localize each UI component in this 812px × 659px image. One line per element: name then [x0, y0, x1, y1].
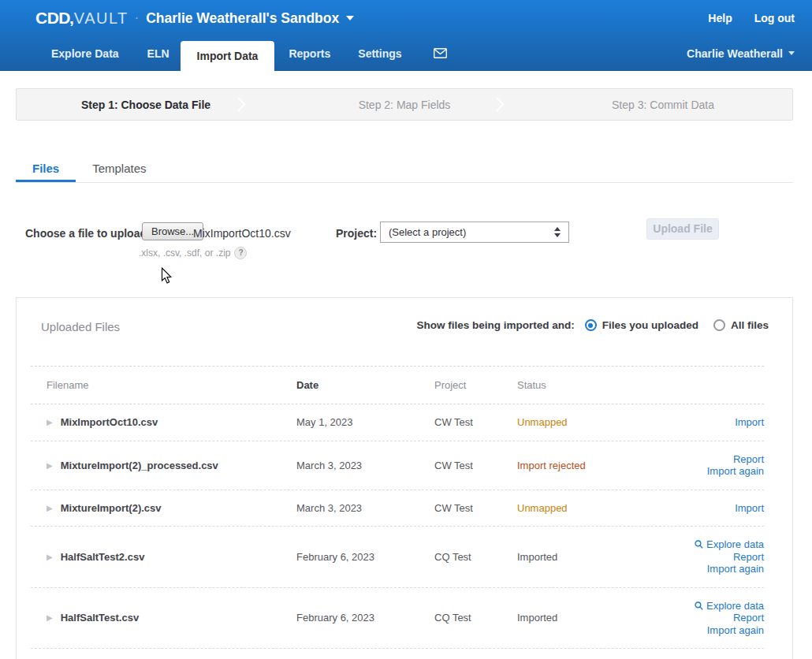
row-filename: MixtureImport(2)_processed.csv: [61, 460, 218, 471]
help-question-icon[interactable]: ?: [234, 247, 247, 259]
expand-triangle-icon[interactable]: ▶: [47, 504, 53, 512]
upload-file-button[interactable]: Upload File: [646, 218, 719, 240]
choose-file-label: Choose a file to upload:: [25, 227, 151, 240]
row-actions: Import: [631, 416, 764, 429]
table-row: ▶ MixImportOct10.csv May 1, 2023 CW Test…: [31, 404, 764, 441]
cdd-vault-logo[interactable]: CDD,VAULT: [35, 9, 129, 28]
row-status: Import rejected: [517, 460, 631, 471]
nav-eln[interactable]: ELN: [147, 47, 169, 60]
project-select[interactable]: (Select a project): [380, 222, 569, 243]
logout-link[interactable]: Log out: [754, 12, 795, 24]
row-actions: Import: [631, 502, 764, 515]
project-label: Project:: [336, 227, 377, 240]
col-header-status[interactable]: Status: [517, 379, 631, 391]
row-project: CW Test: [434, 502, 517, 514]
explore-data-link[interactable]: Explore data: [695, 600, 764, 612]
step-1-choose-data-file: Step 1: Choose Data File: [17, 89, 275, 120]
filename-cell: ▶ MixtureImport(2).csv: [31, 502, 296, 514]
vault-name-dropdown[interactable]: Charlie Weatherall's Sandbox: [146, 10, 354, 27]
table-row: ▶ MixtureImport(2)_processed.csv March 3…: [31, 441, 764, 490]
import-again-link[interactable]: Import again: [707, 563, 764, 575]
app-header: CDD,VAULT · Charlie Weatherall's Sandbox…: [0, 0, 812, 71]
vault-name-label: Charlie Weatherall's Sandbox: [146, 10, 339, 27]
row-status: Unmapped: [517, 502, 631, 514]
radio-selected-icon[interactable]: [585, 319, 597, 331]
import-again-link[interactable]: Import again: [707, 624, 764, 637]
row-filename: HalfSaltTest.csv: [61, 612, 139, 624]
col-header-project[interactable]: Project: [434, 379, 517, 391]
table-row: ▶ MixtureImport(2).csv March 3, 2023 CW …: [31, 490, 764, 527]
row-filename: MixtureImport(2).csv: [61, 502, 162, 514]
radio-files-you-uploaded[interactable]: Files you uploaded: [585, 319, 698, 331]
filename-cell: ▶ MixtureImport(2)_processed.csv: [31, 460, 296, 471]
filename-cell: ▶ HalfSaltTest2.csv: [31, 551, 296, 563]
mouse-pointer: [161, 267, 172, 285]
row-filename: HalfSaltTest2.csv: [61, 551, 145, 563]
report-link[interactable]: Report: [733, 551, 764, 564]
row-project: CW Test: [434, 416, 517, 428]
user-name-label: Charlie Weatherall: [687, 47, 783, 60]
import-again-link[interactable]: Import again: [707, 465, 764, 478]
radio-all-files[interactable]: All files: [713, 319, 769, 331]
uploaded-files-title: Uploaded Files: [41, 320, 120, 333]
expand-triangle-icon[interactable]: ▶: [47, 553, 53, 561]
table-header-row: Filename Date Project Status: [31, 367, 764, 404]
filename-cell: ▶ MixImportOct10.csv: [31, 416, 296, 428]
file-types-hint: .xlsx, .csv, .sdf, or .zip ?: [139, 247, 247, 259]
step-2-map-fields: Step 2: Map Fields: [275, 89, 534, 120]
step-3-commit-data: Step 3: Commit Data: [534, 89, 792, 120]
report-link[interactable]: Report: [733, 453, 764, 466]
chevron-down-icon: [346, 16, 354, 20]
search-icon: [695, 601, 703, 610]
row-status: Imported: [517, 612, 631, 624]
col-header-date[interactable]: Date: [296, 379, 434, 391]
table-row: ▶ HalfSaltTest.csv February 6, 2023 CQ T…: [31, 588, 764, 650]
expand-triangle-icon[interactable]: ▶: [47, 418, 53, 426]
search-icon: [695, 540, 703, 549]
row-project: CQ Test: [434, 612, 517, 624]
import-steps-bar: Step 1: Choose Data File Step 2: Map Fie…: [16, 88, 793, 121]
logo-cdd-text: CDD: [35, 9, 70, 28]
header-top-row: CDD,VAULT · Charlie Weatherall's Sandbox…: [35, 0, 795, 36]
logo-separator-dot: ·: [135, 11, 139, 25]
import-link[interactable]: Import: [735, 502, 764, 515]
row-filename: MixImportOct10.csv: [61, 416, 158, 428]
table-body: ▶ MixImportOct10.csv May 1, 2023 CW Test…: [31, 404, 764, 659]
explore-data-link[interactable]: Explore data: [695, 538, 764, 551]
radio-unselected-icon[interactable]: [713, 319, 725, 331]
uploaded-files-table: Filename Date Project Status ▶ MixImport…: [31, 366, 764, 659]
help-link[interactable]: Help: [708, 12, 732, 24]
project-select-value: (Select a project): [389, 226, 466, 238]
nav-import-data-active-tab[interactable]: Import Data: [181, 41, 275, 71]
report-link[interactable]: Report: [733, 612, 764, 624]
row-date: February 6, 2023: [296, 551, 434, 563]
messages-button[interactable]: [434, 48, 447, 58]
tab-files[interactable]: Files: [16, 154, 76, 182]
show-files-filter: Show files being imported and: Files you…: [416, 319, 769, 331]
row-project: CQ Test: [434, 551, 517, 563]
table-row: ▶ MixXtal.csv January 31, 2023 CQ Test P…: [31, 649, 764, 659]
row-date: February 6, 2023: [296, 612, 434, 624]
envelope-icon: [434, 48, 447, 58]
row-actions: Explore dataReportImport again: [631, 600, 764, 637]
row-project: CW Test: [434, 460, 517, 471]
expand-triangle-icon[interactable]: ▶: [47, 613, 53, 622]
nav-explore-data[interactable]: Explore Data: [51, 47, 119, 60]
selected-file-name: MixImportOct10.csv: [193, 227, 291, 240]
filter-label: Show files being imported and:: [416, 319, 574, 331]
logo-vault-text: VAULT: [74, 9, 129, 28]
tab-templates[interactable]: Templates: [76, 154, 162, 182]
uploaded-files-panel: Uploaded Files Show files being imported…: [16, 297, 793, 659]
nav-reports[interactable]: Reports: [289, 47, 330, 60]
row-actions: Explore dataReportImport again: [631, 538, 764, 575]
main-nav: Explore Data ELN Import Data Reports Set…: [51, 35, 795, 71]
expand-triangle-icon[interactable]: ▶: [47, 461, 53, 470]
import-link[interactable]: Import: [735, 416, 764, 429]
select-spinner-icon: [554, 227, 561, 237]
user-menu[interactable]: Charlie Weatherall: [687, 47, 795, 60]
table-row: ▶ HalfSaltTest2.csv February 6, 2023 CQ …: [31, 527, 764, 588]
files-templates-tabs: Files Templates: [16, 154, 793, 183]
chevron-down-icon: [788, 51, 795, 55]
col-header-filename[interactable]: Filename: [31, 379, 296, 391]
nav-settings[interactable]: Settings: [358, 47, 401, 60]
